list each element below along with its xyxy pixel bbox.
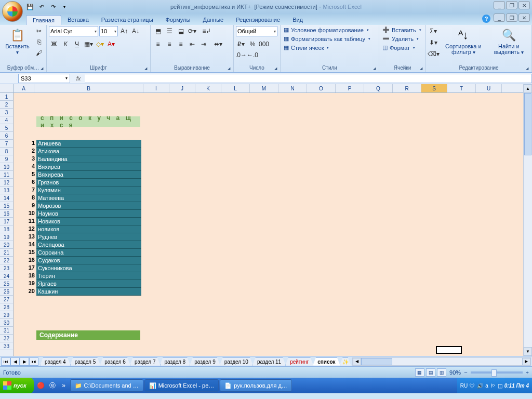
row-header[interactable]: 24 [0, 272, 13, 280]
lang-indicator[interactable]: RU [460, 383, 468, 389]
row-header[interactable]: 16 [0, 210, 13, 218]
cell-styles-button[interactable]: ▦Стили ячеек▾ [283, 44, 330, 51]
ql-ie-icon[interactable]: ⓔ [47, 380, 58, 391]
align-top-icon[interactable]: ⬒ [153, 26, 163, 36]
indent-inc-icon[interactable]: ⇥ [198, 39, 209, 49]
tab-nav-first-icon[interactable]: ⏮ [1, 357, 10, 366]
tray-app-icon[interactable]: a [485, 383, 488, 389]
qat-more-icon[interactable]: ▾ [60, 3, 69, 11]
sort-filter-button[interactable]: ᴬ↓ Сортировка и фильтр ▾ [440, 26, 487, 56]
row-header[interactable]: 30 [0, 319, 13, 327]
col-header[interactable]: O [307, 84, 336, 92]
list-item[interactable]: 18Тюрин [26, 272, 141, 280]
font-size-combo[interactable]: 10▾ [99, 26, 118, 36]
sheet-tab[interactable]: раздел 6 [100, 357, 130, 366]
list-item[interactable]: 4Вяхирев [26, 163, 141, 171]
row-header[interactable]: 13 [0, 187, 13, 194]
row-header[interactable]: 33 [0, 342, 13, 350]
font-name-combo[interactable]: Arial Cyr▾ [49, 26, 98, 36]
row-header[interactable]: 22 [0, 257, 13, 264]
col-header[interactable]: P [336, 84, 364, 92]
sheet-tab[interactable]: раздел 7 [130, 357, 161, 366]
list-item[interactable]: 5Вяхирева [26, 171, 141, 179]
conditional-formatting-button[interactable]: ▦Условное форматирование▾ [283, 26, 370, 34]
row-header[interactable]: 9 [0, 155, 13, 163]
row-header[interactable]: 4 [0, 116, 13, 124]
wb-close-button[interactable]: ✕ [518, 14, 530, 22]
hscroll-thumb[interactable] [361, 358, 392, 365]
row-header[interactable]: 19 [0, 233, 13, 241]
list-item[interactable]: 12новиков [26, 225, 141, 233]
row-header[interactable]: 6 [0, 132, 13, 140]
horizontal-scrollbar[interactable]: ◀ ▶ [352, 357, 531, 366]
orientation-icon[interactable]: ⟳▾ [187, 26, 197, 36]
indent-dec-icon[interactable]: ⇤ [187, 39, 197, 49]
help-icon[interactable]: ? [482, 15, 490, 23]
tab-Вставка[interactable]: Вставка [61, 15, 95, 25]
list-item[interactable]: 19Яргаев [26, 280, 141, 288]
name-box[interactable]: S33▾ [18, 74, 70, 83]
format-cells-button[interactable]: ◫Формат▾ [381, 44, 416, 51]
dec-decimal-icon[interactable]: ←.0 [247, 50, 258, 60]
list-item[interactable]: 2Атикова [26, 148, 141, 155]
normal-view-icon[interactable]: ▦ [415, 368, 424, 377]
restore-button[interactable]: ❐ [506, 1, 517, 9]
select-all-corner[interactable] [0, 84, 13, 93]
row-header[interactable]: 29 [0, 311, 13, 319]
list-item[interactable]: 7Кулямин [26, 187, 141, 194]
list-item[interactable]: 11Новиков [26, 218, 141, 225]
tray-flag-icon[interactable]: 🏳 [490, 383, 496, 389]
tray-shield-icon[interactable]: 🛡 [470, 383, 475, 389]
sheet-tab[interactable]: раздел 11 [252, 357, 286, 366]
row-header[interactable]: 3 [0, 109, 13, 116]
list-item[interactable]: 10Наумов [26, 210, 141, 218]
format-painter-icon[interactable]: 🖌 [34, 48, 44, 58]
list-item[interactable]: 17Суконникова [26, 264, 141, 272]
list-item[interactable]: 8Матвеева [26, 194, 141, 202]
fx-icon[interactable]: fx [72, 74, 85, 83]
scroll-left-icon[interactable]: ◀ [353, 358, 361, 365]
tray-sound-icon[interactable]: 🔊 [477, 383, 483, 389]
shrink-font-icon[interactable]: A↓ [130, 26, 141, 36]
list-item[interactable]: 13Руднев [26, 233, 141, 241]
sheet-tab[interactable]: раздел 4 [40, 357, 71, 366]
row-header[interactable]: 31 [0, 327, 13, 335]
currency-icon[interactable]: ₽▾ [236, 39, 246, 49]
row-header[interactable]: 21 [0, 249, 13, 257]
zoom-level[interactable]: 90% [449, 369, 461, 376]
row-header[interactable]: 20 [0, 241, 13, 249]
scroll-thumb[interactable] [524, 93, 531, 155]
copy-icon[interactable]: ⎘ [34, 37, 44, 47]
start-button[interactable]: пуск [0, 378, 34, 393]
row-header[interactable]: 25 [0, 280, 13, 288]
row-header[interactable]: 17 [0, 218, 13, 225]
list-item[interactable]: 15Сорокина [26, 249, 141, 257]
scroll-up-icon[interactable]: ▲ [524, 84, 532, 93]
italic-button[interactable]: К [60, 39, 71, 49]
format-as-table-button[interactable]: ▦Форматировать как таблицу▾ [283, 35, 371, 43]
zoom-out-icon[interactable]: − [464, 369, 467, 376]
row-header[interactable]: 12 [0, 179, 13, 187]
fill-color-icon[interactable]: ◇▾ [95, 39, 105, 49]
row-header[interactable]: 1 [0, 93, 13, 101]
paste-button[interactable]: 📋 Вставить ▾ [2, 26, 33, 56]
sheet-tab[interactable]: рейтинг [285, 357, 313, 366]
sheet-tab[interactable]: раздел 5 [70, 357, 101, 366]
tab-Разметка страницы[interactable]: Разметка страницы [95, 15, 159, 25]
list-item[interactable]: 20Кашкин [26, 288, 141, 296]
row-header[interactable]: 28 [0, 303, 13, 311]
fill-icon[interactable]: ⬇▾ [428, 37, 438, 48]
row-header[interactable]: 18 [0, 225, 13, 233]
title-cell[interactable]: с п и с о к у ч а щ и х с я [36, 116, 140, 127]
align-center-icon[interactable]: ≡ [164, 39, 175, 49]
align-right-icon[interactable]: ≡ [176, 39, 186, 49]
row-header[interactable]: 15 [0, 202, 13, 210]
align-left-icon[interactable]: ≡ [153, 39, 163, 49]
col-header[interactable]: A [14, 84, 34, 92]
sheet-tab[interactable]: раздел 9 [190, 357, 220, 366]
list-item[interactable]: 14Слепцова [26, 241, 141, 249]
taskbar-task[interactable]: 📊Microsoft Excel - ре… [144, 379, 219, 392]
col-header[interactable]: Q [364, 84, 393, 92]
row-header[interactable]: 14 [0, 194, 13, 202]
borders-icon[interactable]: ▦▾ [83, 39, 94, 49]
